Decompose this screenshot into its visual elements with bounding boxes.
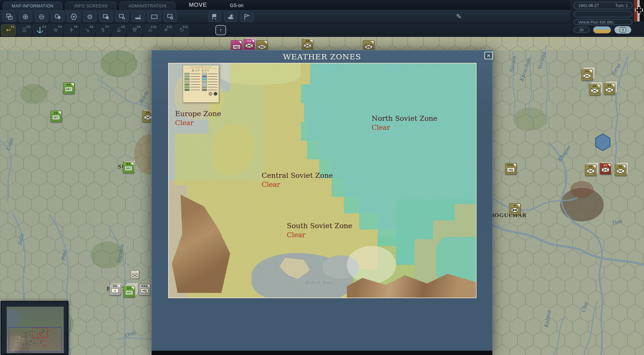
forest-patch: [20, 84, 47, 104]
unit-counter[interactable]: XX: [589, 84, 600, 95]
toolbar-main: ⊕⊖⚙✎: [0, 10, 570, 23]
dialog-bottom-strip: [152, 351, 492, 355]
bombing-icon: ⇘: [85, 27, 90, 34]
map-key-title: MAP KEY: [184, 69, 217, 72]
map-thumbnail-button[interactable]: [593, 26, 611, 34]
unit-counter[interactable]: XX: [600, 163, 611, 174]
settings-gear-icon[interactable]: ⚙: [83, 11, 97, 22]
unit-counter[interactable]: XX: [581, 69, 593, 81]
unit-counter[interactable]: XXSEC: [63, 83, 74, 94]
unit-mode-icon[interactable]: [99, 11, 113, 22]
airdrop-icon: ⇊: [116, 27, 121, 34]
message-display: [574, 11, 633, 17]
tab-administration[interactable]: ADMINISTRATION: [119, 1, 175, 10]
close-icon[interactable]: ✕: [484, 52, 493, 59]
zoom-in-icon[interactable]: ⊕: [19, 11, 32, 22]
minimap-viewport-rect[interactable]: [32, 328, 48, 338]
vehicle-pool-display: Vehicle Pool: 61K (0K): [574, 19, 633, 25]
city-label-boguchar: BOGUCHAR: [490, 212, 527, 219]
game-date: 1942-06-27: [578, 3, 599, 8]
zone-label-europe: Europe Zone Clear: [175, 110, 221, 127]
screen-settings-icon[interactable]: [164, 11, 177, 22]
zoom-out-icon[interactable]: ⊖: [35, 11, 48, 22]
app-window: SeymUdaySulaPselVorsklaOrelSavalaKaracha…: [0, 0, 644, 355]
unit-counter[interactable]: XXSEC: [123, 286, 135, 297]
toolbar-fkeys: ↩F1☰F2⚓F3≋F4✈F5⇘F6↯F7⇊F8⚒F9⚔F10✳F11↻F12↑: [0, 23, 570, 37]
fkey-button-f9[interactable]: ⚒F9: [127, 24, 142, 36]
tab-info-screens[interactable]: INFO SCREENS: [65, 1, 117, 10]
map-key-panel: Gary Grigsby's War in the East MAP KEY: [183, 65, 219, 103]
factory-icon[interactable]: [131, 11, 145, 22]
zoom-level-display: 25: [574, 27, 590, 33]
tab-map-information[interactable]: MAP INFORMATION: [3, 1, 62, 10]
fkey-button-f2[interactable]: ☰F2: [17, 24, 32, 36]
amphibious-icon: ≋: [53, 27, 58, 34]
hex-grid-icon[interactable]: [51, 11, 64, 22]
date-turn-display: 1942-06-27 Turn: 1: [574, 2, 633, 9]
status-panel: 1942-06-27 Turn: 1 Vehicle Pool: 61K (0K…: [570, 0, 644, 37]
save-flag-icon[interactable]: [208, 11, 221, 22]
black-sea-label: Black Sea: [306, 281, 333, 284]
unit-counter[interactable]: XXXXHQ: [505, 163, 517, 174]
weather-map: Gary Grigsby's War in the East MAP KEY E…: [168, 63, 477, 298]
fkey-button-f5[interactable]: ✈F5: [64, 24, 79, 36]
unit-counter[interactable]: XX: [244, 39, 255, 50]
fkey-button-f8[interactable]: ⇊F8: [111, 24, 126, 36]
fkey-button-f12[interactable]: ↻F12: [174, 24, 189, 36]
rail-transport-icon: ☰: [21, 27, 26, 34]
jump-window-icon[interactable]: [3, 11, 16, 22]
map-key-header: Gary Grigsby's War in the East: [184, 66, 217, 68]
forest-patch: [101, 50, 138, 77]
burnt-ground-patch: [570, 181, 594, 198]
fkey-button-f3[interactable]: ⚓F3: [33, 24, 47, 36]
unit-counter[interactable]: XX: [615, 164, 626, 176]
unit-counter[interactable]: XXXHQ: [139, 284, 150, 295]
unit-counter[interactable]: XX: [302, 39, 313, 50]
unit-counter[interactable]: XXSEC: [50, 111, 62, 122]
edit-pencil-icon[interactable]: ✎: [452, 11, 466, 22]
pennant-icon[interactable]: [240, 11, 254, 22]
map-top-strip: [0, 37, 644, 50]
city-stats-icon[interactable]: [115, 11, 129, 22]
fkey-button-f1[interactable]: ↩F1: [1, 24, 16, 36]
weather-icon[interactable]: [224, 11, 237, 22]
unit-counter[interactable]: [131, 270, 139, 278]
forest-patch: [513, 107, 547, 131]
counter-badge-button[interactable]: 0: [614, 26, 631, 34]
move-arrow-icon: ↩: [6, 27, 11, 34]
turn-counter: Turn: 1: [615, 3, 628, 8]
screen-icon[interactable]: [148, 11, 161, 22]
minimap-terrain: [7, 307, 64, 353]
menu-move[interactable]: MOVE: [189, 2, 207, 10]
air-mission-icon: ⚒: [132, 27, 137, 34]
fkey-button-f4[interactable]: ≋F4: [48, 24, 63, 36]
zone-label-south-soviet: South Soviet Zone Clear: [287, 222, 353, 239]
fkey-button-f7[interactable]: ↯F7: [96, 24, 110, 36]
fkey-button-f11[interactable]: ✳F11: [159, 24, 173, 36]
counter-display-icon[interactable]: [67, 11, 80, 22]
weather-zones-dialog: WEATHER ZONES ✕ Gary Grigsby's War in th…: [151, 50, 493, 355]
menu-gs-toggle[interactable]: GS-on: [230, 3, 243, 10]
unit-counter[interactable]: X: [509, 203, 521, 215]
unit-counter[interactable]: XX: [585, 164, 596, 176]
fkey-button-f10[interactable]: ⚔F10: [143, 24, 158, 36]
zone-label-central-soviet: Central Soviet Zone Clear: [262, 171, 333, 189]
menu-bar: MAP INFORMATION INFO SCREENS ADMINISTRAT…: [0, 0, 644, 10]
unit-counter[interactable]: XXSEC: [123, 162, 134, 173]
german-cross-emblem: [634, 0, 644, 21]
map-key-legend: [184, 73, 217, 91]
ground-attack-icon: ↯: [101, 27, 105, 34]
unit-counter[interactable]: XX∞: [109, 284, 121, 295]
air-transfer-icon: ✈: [69, 27, 74, 34]
zone-label-north-soviet: North Soviet Zone Clear: [372, 114, 437, 132]
scroll-up-button[interactable]: ↑: [215, 25, 226, 35]
unit-counter[interactable]: XX: [604, 83, 615, 95]
fkey-button-f6[interactable]: ⇘F6: [80, 24, 95, 36]
map-key-badges: [184, 92, 217, 96]
dialog-title: WEATHER ZONES: [152, 52, 492, 61]
minimap[interactable]: [1, 301, 68, 355]
